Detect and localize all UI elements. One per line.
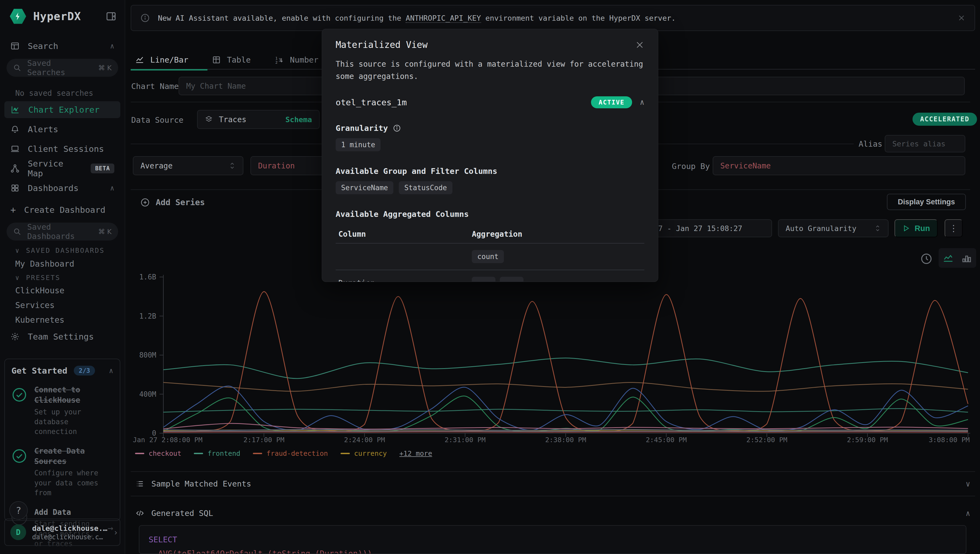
chart-svg: 0400M800M1.2B1.6B bbox=[131, 273, 974, 447]
bar-view-icon[interactable] bbox=[961, 252, 972, 264]
materialized-view-modal: Materialized View This source is configu… bbox=[322, 29, 658, 282]
create-dashboard-button[interactable]: + Create Dashboard bbox=[4, 201, 120, 218]
select-chevrons-icon bbox=[874, 224, 881, 232]
sidebar-item-service-map[interactable]: Service Map BETA bbox=[4, 160, 120, 177]
svg-text:1.6B: 1.6B bbox=[139, 273, 156, 281]
more-options-button[interactable]: ⋮ bbox=[945, 219, 962, 237]
svg-text:3: 3 bbox=[279, 58, 281, 62]
get-started-card: Get Started 2/3 ∧ Connect to ClickHouse … bbox=[4, 359, 120, 521]
sidebar-collapse-icon[interactable] bbox=[106, 11, 116, 22]
modal-title: Materialized View bbox=[336, 40, 428, 50]
alias-input[interactable]: Series alias bbox=[885, 135, 965, 152]
get-started-header[interactable]: Get Started 2/3 ∧ bbox=[11, 366, 113, 376]
line-view-icon[interactable] bbox=[942, 252, 954, 264]
search-icon bbox=[13, 64, 21, 72]
group-by-input[interactable]: ServiceName bbox=[713, 156, 965, 175]
legend-item[interactable]: currency bbox=[341, 449, 387, 457]
chevron-up-icon: ∧ bbox=[110, 42, 114, 50]
display-settings-button[interactable]: Display Settings bbox=[887, 194, 966, 210]
generated-sql-panel-header[interactable]: Generated SQL ∧ bbox=[131, 501, 975, 526]
group-saved-dashboards[interactable]: ∨ SAVED DASHBOARDS bbox=[15, 247, 105, 255]
table-row: count bbox=[336, 243, 644, 270]
shortcut-kbd: ⌘ K bbox=[98, 228, 112, 236]
sidebar: HyperDX Search ∧ Saved Searches ⌘ K No s… bbox=[0, 0, 125, 554]
avatar: D bbox=[10, 524, 26, 540]
aggregation-chip: count bbox=[472, 250, 504, 263]
add-series-button[interactable]: Add Series bbox=[140, 197, 205, 207]
legend-item[interactable]: frontend bbox=[194, 449, 240, 457]
aggregated-columns-table: Column Aggregation countDurationavgmax bbox=[336, 225, 644, 282]
sidebar-item-clickhouse[interactable]: ClickHouse bbox=[15, 286, 65, 295]
layers-icon bbox=[205, 115, 213, 124]
legend-swatch bbox=[341, 453, 350, 454]
bell-icon bbox=[10, 125, 20, 134]
aggregation-chip: avg bbox=[472, 277, 496, 282]
list-icon bbox=[135, 479, 144, 488]
close-icon[interactable] bbox=[958, 14, 965, 22]
tab-line-bar[interactable]: Line/Bar bbox=[131, 46, 207, 70]
sample-events-panel-header[interactable]: Sample Matched Events ∨ bbox=[131, 471, 975, 496]
no-saved-searches-text: No saved searches bbox=[15, 89, 93, 98]
sidebar-item-team-settings[interactable]: Team Settings bbox=[4, 328, 120, 345]
aggregation-select[interactable]: Average bbox=[133, 156, 243, 175]
group-filter-columns-label: Available Group and Filter Columns bbox=[336, 167, 644, 176]
check-circle-icon bbox=[11, 448, 27, 464]
sidebar-item-alerts[interactable]: Alerts bbox=[4, 121, 120, 138]
time-settings-button[interactable] bbox=[920, 253, 933, 265]
legend-more-link[interactable]: +12 more bbox=[399, 449, 432, 457]
tab-table[interactable]: Table bbox=[207, 46, 270, 70]
sidebar-item-services[interactable]: Services bbox=[15, 301, 55, 310]
dots-vertical-icon: ⋮ bbox=[949, 223, 958, 234]
chart-view-toggle bbox=[939, 248, 976, 268]
timeseries-chart[interactable]: 0400M800M1.2B1.6B Jan 27 2:08:00 PM2:17:… bbox=[131, 273, 974, 449]
group-filter-chips: ServiceNameStatusCode bbox=[336, 181, 644, 194]
sidebar-item-chart-explorer[interactable]: Chart Explorer bbox=[4, 101, 120, 118]
sidebar-item-search[interactable]: Search ∧ bbox=[4, 38, 120, 54]
legend-items: checkoutfrontendfraud-detectioncurrency bbox=[135, 449, 387, 457]
user-menu[interactable]: D dale@clickhouse.… dale@clickhouse.c… › bbox=[4, 519, 120, 546]
select-chevrons-icon bbox=[229, 161, 236, 170]
get-started-step[interactable]: Connect to ClickHouse Set up your databa… bbox=[11, 385, 113, 437]
date-range-input[interactable]: 7 - Jan 27 15:08:27 bbox=[651, 219, 772, 237]
help-button[interactable]: ? bbox=[9, 501, 28, 520]
sidebar-item-client-sessions[interactable]: Client Sessions bbox=[4, 140, 120, 157]
alias-label: Alias bbox=[859, 139, 882, 148]
close-icon[interactable] bbox=[635, 40, 644, 49]
chevron-right-icon: › bbox=[113, 528, 118, 537]
number-icon: 123 bbox=[274, 55, 284, 65]
granularity-select[interactable]: Auto Granularity bbox=[778, 219, 889, 237]
sidebar-item-dashboards[interactable]: Dashboards ∧ bbox=[4, 180, 120, 196]
hyperdx-logo-icon bbox=[10, 8, 26, 24]
generated-sql-code[interactable]: SELECT AVG(toFloat64OrDefault (toString … bbox=[139, 525, 966, 554]
line-chart-icon bbox=[135, 55, 144, 64]
aggregation-chip: max bbox=[500, 277, 523, 282]
chevron-down-icon: ∨ bbox=[966, 479, 970, 489]
question-icon: ? bbox=[16, 505, 21, 516]
get-started-step[interactable]: Create Data Sources Configure where your… bbox=[11, 446, 113, 498]
granularity-label: Granularity bbox=[336, 124, 388, 133]
table-row: Durationavgmax bbox=[336, 270, 644, 282]
saved-searches-input[interactable]: Saved Searches ⌘ K bbox=[6, 59, 118, 77]
plus-circle-icon bbox=[140, 198, 150, 207]
aggregated-columns-label: Available Aggregated Columns bbox=[336, 210, 644, 219]
data-source-select[interactable]: Traces Schema bbox=[197, 110, 320, 129]
saved-dashboards-input[interactable]: Saved Dashboards ⌘ K bbox=[6, 223, 118, 240]
svg-text:1: 1 bbox=[276, 56, 278, 60]
materialized-view-source-row[interactable]: otel_traces_1m ACTIVE ∧ bbox=[336, 96, 644, 108]
legend-item[interactable]: checkout bbox=[135, 449, 181, 457]
run-button[interactable]: Run bbox=[894, 219, 937, 237]
legend-item[interactable]: fraud-detection bbox=[253, 449, 328, 457]
group-presets[interactable]: ∨ PRESETS bbox=[15, 274, 61, 282]
sidebar-item-my-dashboard[interactable]: My Dashboard bbox=[15, 259, 74, 269]
schema-link[interactable]: Schema bbox=[285, 115, 312, 124]
play-icon bbox=[902, 224, 910, 232]
chart-name-label: Chart Name bbox=[131, 82, 179, 91]
sidebar-item-kubernetes[interactable]: Kubernetes bbox=[15, 315, 65, 325]
user-name: dale@clickhouse.… bbox=[32, 524, 107, 533]
progress-badge: 2/3 bbox=[74, 366, 95, 376]
table-header-column: Column bbox=[338, 230, 472, 239]
chevron-up-icon: ∧ bbox=[110, 184, 114, 192]
accelerated-badge: ACCELERATED bbox=[913, 113, 977, 126]
beta-badge: BETA bbox=[91, 164, 114, 174]
modal-description: This source is configured with a materia… bbox=[336, 58, 644, 83]
